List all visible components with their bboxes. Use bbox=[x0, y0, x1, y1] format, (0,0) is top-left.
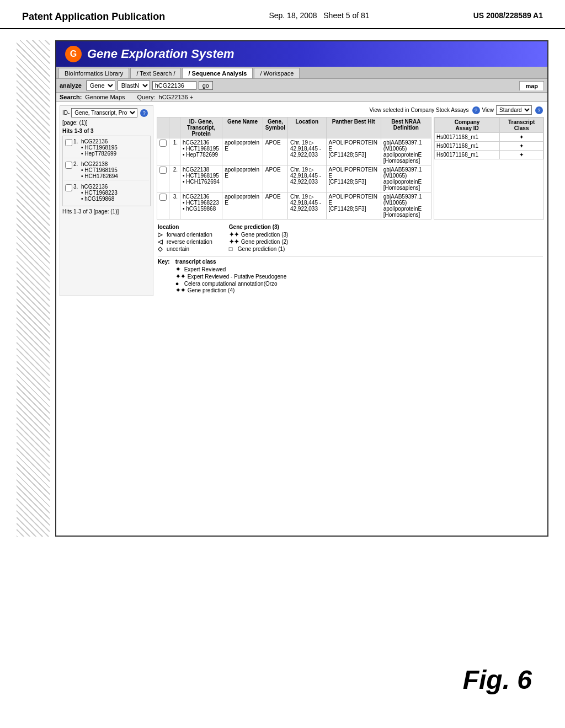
row3-location: Chr. 19 ▷42,918,445 - 42,922,033 bbox=[287, 192, 326, 220]
expert-reviewed-pseudo-key: ✦✦ Expert Reviewed - Putative Pseudogene bbox=[175, 273, 287, 280]
left-results-list: 1. hCG22136• HCT1968195• HepT782699 2. h… bbox=[62, 136, 151, 206]
go-button[interactable]: go bbox=[199, 81, 213, 90]
assay-row-3: Hs00171168_m1 ✦ bbox=[435, 151, 543, 159]
tab-sequence-analysis[interactable]: / Sequence Analysis bbox=[182, 68, 253, 78]
tab-workspace[interactable]: / Workspace bbox=[254, 68, 300, 78]
view-selected-label: View selected in Company Stock Assays bbox=[370, 107, 469, 113]
forward-label: forward orientation bbox=[167, 232, 212, 238]
checkbox-1[interactable] bbox=[65, 139, 72, 146]
row3-nraa: gb|AAB59397.1 (M10065)apolipoproteinE [H… bbox=[381, 192, 431, 220]
gene-pred-4-key: ✦✦ Gene prediction (4) bbox=[175, 287, 287, 294]
row3-panther: APOLIPOPROTEIN E[CF11428;SF3] bbox=[326, 192, 381, 220]
main-panel: ID- Gene, Transcript, Protein ? [page: (… bbox=[56, 102, 547, 299]
view-selected-bar: View selected in Company Stock Assays ? … bbox=[157, 105, 544, 115]
reverse-label: reverse orientation bbox=[167, 239, 212, 245]
location-label: location bbox=[158, 224, 212, 230]
blastn-select[interactable]: BlastN bbox=[118, 81, 150, 90]
hits-label: Hits 1-3 of 3 bbox=[62, 128, 151, 134]
fig-label: Fig. 6 bbox=[463, 665, 532, 695]
row1-symbol: APOE bbox=[263, 138, 287, 165]
row1-nraa: gb|AAB59397.1 (M10065)apolipoproteinE [H… bbox=[381, 138, 431, 165]
nav-tabs: BioInformatics Library / Text Search / /… bbox=[56, 67, 547, 79]
gene-pred-4-label: Gene prediction (4) bbox=[188, 287, 235, 293]
col-num bbox=[169, 117, 180, 138]
help-icon-view[interactable]: ? bbox=[472, 106, 480, 114]
transcript-class-key-label: transcript class bbox=[175, 259, 287, 265]
gene-pred-1: □ Gene prediction (1) bbox=[229, 245, 289, 252]
col-nraa: Best NRAA Definition bbox=[381, 117, 431, 138]
checkbox-2[interactable] bbox=[65, 162, 72, 169]
assay-row-2: Hs00171168_m1 ✦ bbox=[435, 142, 543, 151]
row2-checkbox[interactable] bbox=[159, 167, 167, 174]
row3-num: 3. bbox=[169, 192, 180, 220]
expert-reviewed-icon: ✦ bbox=[175, 266, 182, 273]
table-row: 3. hCG22136• HCT1968223• hCG159868 apoli… bbox=[157, 192, 431, 220]
gene-pred-2-label: Gene prediction (2) bbox=[241, 239, 289, 245]
expert-reviewed-pseudo-label: Expert Reviewed - Putative Pseudogene bbox=[188, 274, 287, 280]
row2-location: Chr. 19 ▷42,918,445 - 42,922,033 bbox=[287, 165, 326, 192]
results-table-wrapper: ID- Gene, Transcript,Protein Gene Name G… bbox=[157, 117, 431, 220]
gene-pred-1-label: Gene prediction (1) bbox=[238, 246, 285, 252]
row2-num: 2. bbox=[169, 165, 180, 192]
row1-checkbox[interactable] bbox=[159, 140, 167, 147]
expert-reviewed-pseudo-icon: ✦✦ bbox=[175, 273, 185, 280]
main-content: G Gene Exploration System BioInformatics… bbox=[0, 29, 565, 548]
view-label-text: View bbox=[482, 107, 494, 113]
left-panel: ID- Gene, Transcript, Protein ? [page: (… bbox=[60, 105, 153, 296]
row2-id: hCG22138• HCT1968195• HCH1762694 bbox=[180, 165, 222, 192]
app-title: Gene Exploration System bbox=[87, 47, 234, 61]
legend-row: location ▷ forward orientation ◁ reverse… bbox=[158, 224, 543, 253]
results-table: ID- Gene, Transcript,Protein Gene Name G… bbox=[157, 117, 431, 220]
row3-checkbox[interactable] bbox=[159, 194, 167, 201]
table-row: 2. hCG22138• HCT1968195• HCH1762694 apol… bbox=[157, 165, 431, 192]
gene-prediction-legend: Gene prediction (3) ✦✦ Gene prediction (… bbox=[229, 224, 289, 253]
expert-reviewed-label: Expert Reviewed bbox=[184, 266, 226, 272]
gene-select[interactable]: Gene bbox=[86, 81, 115, 90]
gene-pred-3-icon: ✦✦ bbox=[229, 231, 239, 238]
left-result-3: 3. hCG22136• HCT1968223• hCG159868 bbox=[64, 183, 149, 203]
key-col-left: transcript class ✦ Expert Reviewed ✦✦ Ex… bbox=[175, 259, 287, 294]
transcript-class-header: TranscriptClass bbox=[500, 118, 543, 133]
patent-title: Patent Application Publication bbox=[22, 11, 165, 23]
assay-row-1: Hs00171168_m1 ✦ bbox=[435, 133, 543, 142]
transcript-select[interactable]: Gene, Transcript, Protein bbox=[71, 108, 137, 117]
uncertain-icon: ◇ bbox=[158, 245, 164, 253]
page-date: Sep. 18, 2008 bbox=[269, 11, 317, 20]
hits-3-label: Hits 1-3 of 3 [page: (1)] bbox=[62, 208, 151, 215]
search-bar: Search: Genome Maps Query: hCG22136 + bbox=[56, 93, 547, 102]
result-ids-2: hCG22138• HCT1968195• HCH1762694 bbox=[81, 161, 118, 179]
patent-number: US 2008/228589 A1 bbox=[473, 11, 543, 20]
map-tab[interactable]: map bbox=[519, 81, 544, 90]
app-title-bar: G Gene Exploration System bbox=[56, 41, 547, 67]
row3-gene-name: apolipoprotein E bbox=[222, 192, 263, 220]
results-section: ID- Gene, Transcript,Protein Gene Name G… bbox=[157, 117, 544, 220]
pagination-info: [page: (1)] bbox=[62, 120, 151, 126]
analyze-label: analyze bbox=[60, 82, 82, 89]
col-symbol: Gene,Symbol bbox=[263, 117, 287, 138]
result-num-2: 2. bbox=[73, 161, 80, 167]
gene-pred-1-icon: □ bbox=[229, 245, 236, 252]
checkbox-3[interactable] bbox=[65, 184, 72, 191]
gene-pred-2: ✦✦ Gene prediction (2) bbox=[229, 238, 289, 245]
row1-panther: APOLIPOPROTEIN E[CF11428;SF3] bbox=[326, 138, 381, 165]
assay-id-2: Hs00171168_m1 bbox=[435, 142, 500, 151]
gene-pred-header: Gene prediction (3) bbox=[229, 224, 289, 230]
col-location: Location bbox=[287, 117, 326, 138]
left-result-2: 2. hCG22138• HCT1968195• HCH1762694 bbox=[64, 160, 149, 181]
row1-checkbox-cell bbox=[157, 138, 169, 165]
left-result-1: 1. hCG22136• HCT1968195• HepT782699 bbox=[64, 137, 149, 158]
celera-key: ● Celera computational annotation(Orzo bbox=[175, 280, 287, 287]
help-icon-standard[interactable]: ? bbox=[535, 106, 543, 114]
transcript-class-1: ✦ bbox=[500, 133, 543, 142]
tab-text-search[interactable]: / Text Search / bbox=[130, 68, 181, 78]
view-select[interactable]: Standard bbox=[496, 105, 532, 115]
celera-icon: ● bbox=[175, 280, 182, 287]
uncertain-key: ◇ uncertain bbox=[158, 245, 212, 253]
search-input[interactable] bbox=[152, 81, 196, 90]
row3-id: hCG22136• HCT1968223• hCG159868 bbox=[180, 192, 222, 220]
expert-reviewed-key: ✦ Expert Reviewed bbox=[175, 266, 287, 273]
id-row: ID- Gene, Transcript, Protein ? bbox=[62, 108, 151, 117]
assay-id-1: Hs00171168_m1 bbox=[435, 133, 500, 142]
help-icon-transcript[interactable]: ? bbox=[140, 109, 148, 117]
tab-bioinformatics[interactable]: BioInformatics Library bbox=[58, 68, 129, 78]
